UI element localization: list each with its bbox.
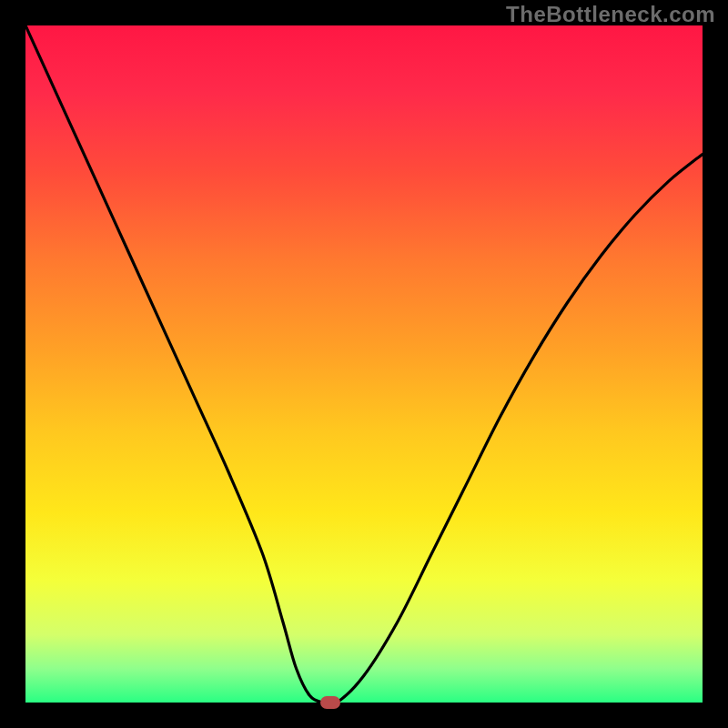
watermark-text: TheBottleneck.com xyxy=(506,2,715,27)
minimum-marker xyxy=(320,696,340,709)
chart-frame: TheBottleneck.com xyxy=(0,0,728,728)
bottleneck-curve xyxy=(25,25,703,703)
plot-area xyxy=(25,25,703,703)
curve-path xyxy=(25,25,703,703)
